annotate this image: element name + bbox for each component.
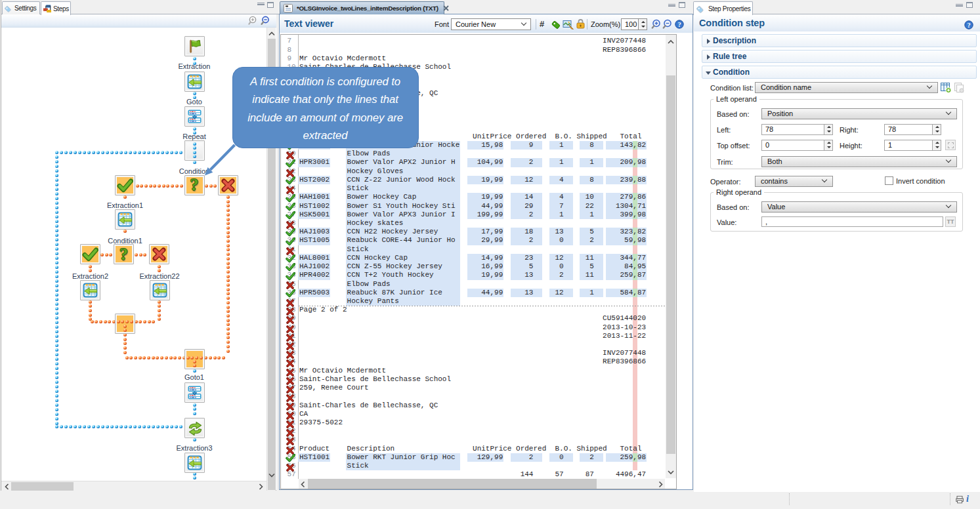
svg-text:?: ? [967, 22, 970, 29]
svg-text:?: ? [677, 21, 681, 28]
